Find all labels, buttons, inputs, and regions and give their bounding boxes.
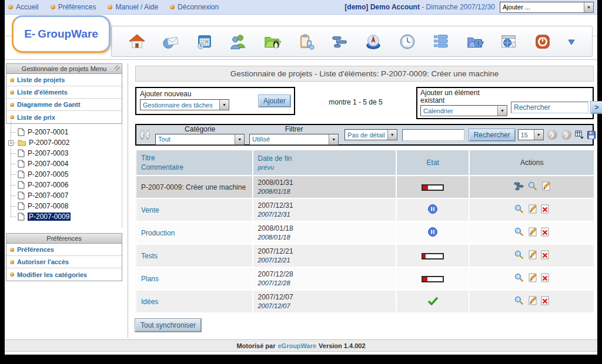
delete-icon[interactable] [541, 296, 549, 307]
chevron-down-icon[interactable] [497, 106, 507, 116]
delete-icon[interactable] [541, 227, 549, 238]
bullet-icon [108, 5, 112, 9]
website-icon[interactable] [499, 32, 519, 52]
element-title-link[interactable]: Vente [141, 206, 159, 214]
planned-date: 2007/12/28 [258, 279, 392, 287]
sync-all-button[interactable]: Tout synchroniser [135, 319, 201, 332]
tree-item[interactable]: P-2007-0003 [7, 148, 122, 159]
tree-item[interactable]: P-2007-0006 [7, 180, 122, 190]
nav-manual-help[interactable]: Manuel / Aide [108, 3, 158, 11]
sort-date[interactable]: Date de fin [258, 154, 392, 163]
element-title-link[interactable]: Idées [141, 298, 158, 306]
sidebar-item-gantt[interactable]: Diagramme de Gantt [6, 99, 122, 111]
delete-icon[interactable] [541, 204, 549, 215]
detail-select[interactable]: Pas de détail [345, 129, 397, 140]
footer-egroupware-link[interactable]: eGroupWare [277, 342, 316, 349]
sidebar-item-element-list[interactable]: Liste d'éléments [6, 86, 122, 99]
bullet-icon [10, 103, 14, 107]
expand-icon[interactable] [8, 140, 14, 146]
save-icon[interactable] [587, 130, 596, 140]
email-icon[interactable] [160, 32, 180, 52]
element-title-link[interactable]: Tests [141, 252, 158, 260]
end-date: 2007/12/07 [258, 293, 392, 302]
projectmanager-icon[interactable] [330, 32, 350, 52]
home-icon[interactable] [127, 32, 147, 52]
tree-item-selected[interactable]: P-2007-0009 [7, 211, 122, 222]
chevron-down-icon[interactable] [387, 130, 397, 140]
infolog-icon[interactable] [296, 32, 316, 52]
edit-icon[interactable] [542, 181, 550, 193]
nav-home[interactable]: Accueil [8, 3, 39, 11]
add-new-select[interactable]: Gestionnaire des tâches [140, 99, 229, 110]
chevron-down-icon[interactable] [534, 130, 543, 140]
edit-icon[interactable] [529, 250, 537, 261]
table-row: Idées 2007/12/07 2007/12/07 [136, 291, 594, 312]
logout-icon[interactable] [533, 32, 553, 52]
sidebar-item-preferences[interactable]: Préférences [6, 244, 122, 256]
sidebar-item-label: Diagramme de Gantt [17, 101, 81, 108]
sort-comment[interactable]: Commentaire [141, 163, 248, 172]
page-size-select[interactable]: 15 [518, 129, 544, 140]
view-icon[interactable] [514, 273, 524, 284]
sidebar-item-label: Préférences [17, 246, 54, 253]
search-input[interactable] [402, 129, 464, 141]
add-existing-select[interactable]: Calendrier [420, 105, 507, 116]
tree-item[interactable]: P-2007-0005 [7, 169, 122, 180]
last-page-icon[interactable]: ❯ [561, 130, 571, 140]
logo-glyph: E- [24, 28, 35, 41]
tree-item[interactable]: P-2007-0008 [7, 201, 122, 211]
view-icon[interactable] [514, 204, 524, 215]
filter-select[interactable]: Utilisé [249, 134, 339, 145]
next-page-icon[interactable]: ❯ [547, 130, 557, 140]
view-icon[interactable] [514, 296, 524, 307]
edit-icon[interactable] [529, 204, 537, 215]
category-select[interactable]: Tout [155, 134, 245, 145]
chevron-down-icon[interactable] [235, 134, 244, 144]
delete-icon[interactable] [541, 273, 549, 284]
menu-toggle-icon[interactable] [113, 65, 121, 73]
filemanager-icon[interactable] [262, 32, 282, 52]
chevron-down-icon[interactable] [584, 2, 593, 12]
document-icon [18, 149, 25, 157]
delete-icon[interactable] [541, 250, 549, 261]
calendar-icon[interactable] [195, 32, 215, 52]
add-existing-box: Ajouter un élément existant Calendrier > [416, 87, 594, 119]
existing-search-input[interactable] [511, 102, 588, 113]
sitemanager-icon[interactable] [465, 32, 485, 52]
search-button[interactable]: Rechercher [469, 129, 515, 141]
tree-item[interactable]: P-2007-0004 [7, 159, 122, 169]
clock-icon[interactable] [397, 32, 417, 52]
edit-icon[interactable] [529, 296, 537, 307]
nav-logout[interactable]: Déconnexion [170, 3, 219, 11]
tree-item[interactable]: P-2007-0002 [7, 137, 122, 148]
edit-icon[interactable] [529, 273, 537, 284]
chevron-down-icon[interactable] [329, 134, 338, 144]
previous-page-icon[interactable]: ❮ [146, 130, 150, 140]
tree-item[interactable]: P-2007-0001 [7, 127, 122, 137]
tree-item[interactable]: P-2007-0007 [7, 190, 122, 201]
contacts-icon[interactable] [228, 32, 248, 52]
sort-title[interactable]: Titre [141, 153, 248, 163]
view-icon[interactable] [528, 181, 537, 193]
column-selection-icon[interactable] [575, 130, 584, 139]
edit-icon[interactable] [529, 227, 537, 238]
scroll-right-icon[interactable] [566, 32, 577, 52]
view-icon[interactable] [514, 250, 524, 261]
quick-add-select[interactable]: Ajouter ... [500, 2, 594, 13]
element-title-link[interactable]: Plans [141, 275, 159, 283]
resources-icon[interactable] [431, 32, 451, 52]
nav-preferences[interactable]: Préférences [51, 3, 96, 11]
gantt-icon[interactable] [514, 182, 524, 193]
add-button[interactable]: Ajouter [259, 95, 290, 107]
sidebar-item-grant-access[interactable]: Autoriser l'accès [6, 256, 122, 268]
top-navigation-bar: Accueil Préférences Manuel / Aide Déconn… [5, 0, 597, 15]
sidebar-item-project-list[interactable]: Liste de projets [6, 74, 122, 86]
search-go-button[interactable]: > [591, 102, 602, 113]
sidebar-item-pricelist[interactable]: Liste de prix [6, 111, 122, 123]
view-icon[interactable] [514, 227, 524, 238]
timesheet-icon[interactable] [363, 32, 383, 52]
sidebar-item-edit-categories[interactable]: Modifier les catégories [6, 268, 122, 281]
first-page-icon[interactable]: ❮ [140, 130, 145, 140]
chevron-down-icon[interactable] [219, 100, 229, 110]
element-title-link[interactable]: Production [141, 229, 175, 237]
